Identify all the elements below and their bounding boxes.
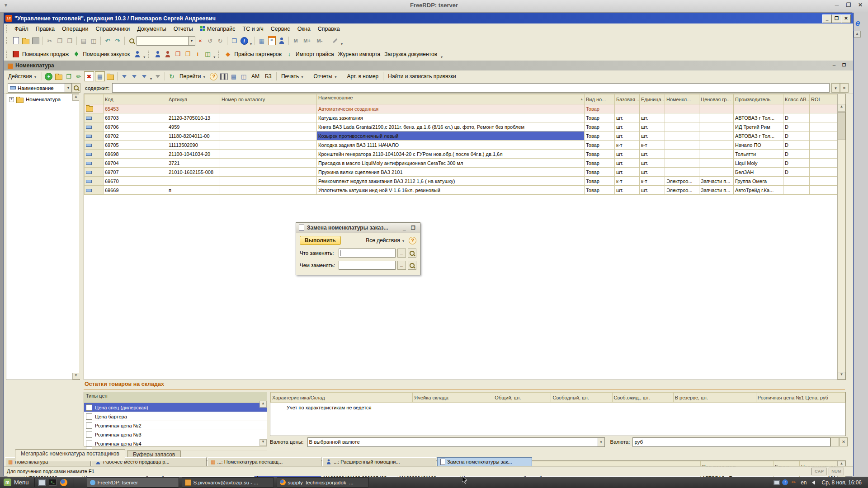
menu-item-4[interactable]: Справочники bbox=[92, 24, 133, 33]
cell-article[interactable] bbox=[167, 177, 220, 186]
tree-expand-icon[interactable]: + bbox=[9, 97, 14, 102]
dialog-maximize-icon[interactable]: ❐ bbox=[411, 225, 420, 231]
cell-roi[interactable] bbox=[810, 131, 838, 141]
menu-item-11[interactable]: Справка bbox=[314, 24, 344, 33]
cell-roi[interactable] bbox=[810, 186, 838, 195]
cell-unit[interactable]: шт. bbox=[640, 186, 665, 195]
cell-base[interactable]: к-т bbox=[615, 141, 640, 150]
supplier-order-icon[interactable] bbox=[163, 50, 172, 59]
cell-base[interactable] bbox=[615, 104, 640, 113]
cell-catalog[interactable] bbox=[220, 168, 317, 177]
menu-item-9[interactable]: Сервис bbox=[267, 24, 294, 33]
cell-pgroup[interactable] bbox=[699, 141, 734, 150]
cell-name[interactable]: Уплотнитель катушки инд-ной V-1.6 16кл. … bbox=[317, 186, 585, 195]
cell-cls[interactable]: D bbox=[783, 150, 810, 159]
print-menu-button[interactable]: Печать ▾ bbox=[279, 72, 307, 80]
cell-catalog[interactable] bbox=[220, 104, 317, 113]
paste-icon[interactable]: ❒ bbox=[65, 36, 74, 45]
cell-code[interactable]: 65453 bbox=[104, 104, 167, 113]
cell-unit[interactable]: шт. bbox=[640, 131, 665, 141]
cell-nomen[interactable]: Электроо... bbox=[665, 177, 699, 186]
cell-cls[interactable] bbox=[783, 104, 810, 113]
cell-cls[interactable]: D bbox=[783, 168, 810, 177]
cell-producer[interactable]: АВТОВАЗ г Тол... bbox=[734, 131, 783, 141]
tray-notes-icon[interactable]: ✏ bbox=[790, 479, 797, 486]
filter-clear-button[interactable]: ✕ bbox=[840, 83, 849, 93]
set-filter-icon[interactable] bbox=[120, 72, 129, 81]
currency-input[interactable]: руб bbox=[632, 437, 830, 447]
import-journal-button[interactable]: Журнал импорта bbox=[338, 51, 381, 57]
menu-item-2[interactable]: Правка bbox=[32, 24, 58, 33]
service-dropdown-icon[interactable]: ▾ bbox=[341, 42, 343, 47]
table-row[interactable]: 697064959Книга ВАЗ Lada Granta/2190,с 20… bbox=[85, 122, 838, 131]
price-currency-combo[interactable]: В выбранной валюте ▾ bbox=[307, 437, 605, 447]
table-row[interactable]: 6970211180-8204011-00Козырек противосолн… bbox=[85, 131, 838, 141]
filter-history-icon[interactable] bbox=[140, 72, 149, 81]
cell-base[interactable]: шт. bbox=[615, 159, 640, 168]
cell-code[interactable]: 69670 bbox=[104, 177, 167, 186]
cell-name[interactable]: Пружина вилки сцепления ВАЗ 2101 bbox=[317, 168, 585, 177]
info-icon[interactable]: i bbox=[240, 36, 249, 45]
cell-article[interactable]: 21100-1041034-20 bbox=[167, 150, 220, 159]
cell-nomen[interactable]: Электроо... bbox=[665, 186, 699, 195]
cell-producer[interactable]: Группа Омега bbox=[734, 177, 783, 186]
cell-nomen[interactable] bbox=[665, 104, 699, 113]
column-header[interactable]: Единица ... bbox=[640, 94, 665, 104]
checkbox-icon[interactable] bbox=[86, 413, 92, 420]
table-vscrollbar[interactable]: ▲ ▼ bbox=[837, 94, 845, 380]
taskbar-window-3[interactable]: supply_technics:porjadok_... bbox=[277, 477, 369, 488]
freerdp-maximize-icon[interactable]: ❐ bbox=[844, 1, 854, 9]
freerdp-close-icon[interactable]: ✕ bbox=[855, 1, 865, 9]
cell-kind[interactable]: Товар bbox=[585, 131, 615, 141]
cell-kind[interactable]: Товар bbox=[585, 150, 615, 159]
column-header[interactable]: ROI bbox=[810, 94, 838, 104]
price-currency-dropdown-icon[interactable]: ▾ bbox=[598, 438, 604, 446]
cell-base[interactable]: шт. bbox=[615, 113, 640, 122]
cell-roi[interactable] bbox=[810, 122, 838, 131]
delete-item-icon[interactable]: ✖ bbox=[84, 71, 94, 81]
cell-pgroup[interactable]: Запчасти п... bbox=[699, 177, 734, 186]
keyboard-layout-indicator[interactable]: en bbox=[801, 479, 807, 486]
cell-pgroup[interactable] bbox=[699, 113, 734, 122]
table-settings-icon[interactable]: ▦ bbox=[257, 36, 266, 45]
list-settings-icon[interactable]: ▤ bbox=[229, 72, 238, 81]
with-replace-input[interactable] bbox=[339, 261, 396, 270]
app-minimize-icon[interactable]: _ bbox=[822, 14, 832, 23]
cell-producer[interactable]: АВТОВАЗ г Тол... bbox=[734, 113, 783, 122]
cell-producer[interactable]: АвтоТрейд г.Ка... bbox=[734, 186, 783, 195]
cell-article[interactable]: 3721 bbox=[167, 159, 220, 168]
service-settings-icon[interactable] bbox=[330, 36, 340, 45]
columns-settings-icon[interactable]: ◫ bbox=[239, 72, 248, 81]
execute-button[interactable]: Выполнить bbox=[300, 236, 341, 245]
clear-search-icon[interactable]: ✕ bbox=[196, 36, 205, 45]
table-row[interactable]: 69670Ремкомплект модуля зажигания ВАЗ 21… bbox=[85, 177, 838, 186]
filter-field-combo[interactable]: Наименование ▾ bbox=[8, 83, 72, 93]
cell-base[interactable]: к-т bbox=[615, 177, 640, 186]
memory-subtract-button[interactable]: M- bbox=[314, 36, 326, 45]
memory-add-button[interactable]: M+ bbox=[301, 36, 313, 45]
cell-article[interactable] bbox=[167, 104, 220, 113]
cell-cls[interactable]: D bbox=[783, 141, 810, 150]
table-row[interactable]: 6970721010-1602155-008Пружина вилки сцеп… bbox=[85, 168, 838, 177]
cell-roi[interactable] bbox=[810, 168, 838, 177]
cell-producer[interactable]: БелЗАН bbox=[734, 168, 783, 177]
price-type-item[interactable]: Розничная цена №2 bbox=[84, 421, 267, 430]
help-icon[interactable]: ? bbox=[209, 72, 218, 81]
cell-unit[interactable]: к-т bbox=[640, 177, 665, 186]
cell-cls[interactable]: D bbox=[783, 131, 810, 141]
tree-scroll-down-icon[interactable]: ▼ bbox=[72, 373, 80, 380]
column-header[interactable]: Класс АВ... bbox=[783, 94, 810, 104]
move-to-group-icon[interactable] bbox=[106, 72, 115, 81]
cell-catalog[interactable] bbox=[220, 113, 317, 122]
receipt-document-icon[interactable]: ❒ bbox=[173, 50, 182, 59]
cell-producer[interactable]: Начало ПО bbox=[734, 141, 783, 150]
cell-pgroup[interactable] bbox=[699, 122, 734, 131]
cell-unit[interactable]: шт. bbox=[640, 150, 665, 159]
menu-item-10[interactable]: Окна bbox=[294, 24, 314, 33]
cell-pgroup[interactable] bbox=[699, 131, 734, 141]
new-document-icon[interactable] bbox=[11, 36, 20, 45]
price-types-header[interactable]: Типы цен bbox=[84, 392, 267, 403]
column-header[interactable]: Своб.ожид., шт. bbox=[612, 393, 673, 403]
column-header[interactable]: Характеристика/Склад bbox=[271, 393, 413, 403]
column-header[interactable]: Номер по каталогу bbox=[220, 94, 317, 104]
